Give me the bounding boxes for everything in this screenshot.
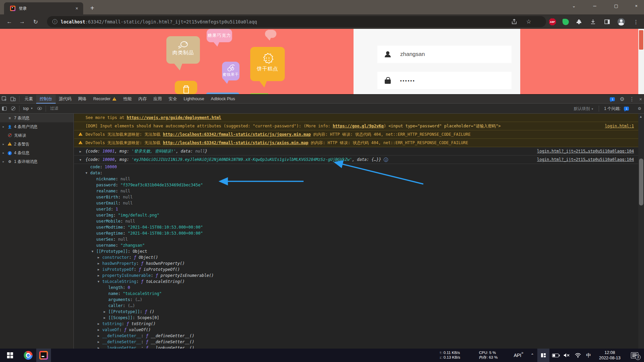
cpu-mem-indicator[interactable]: CPU: 5 %内存: 63 % xyxy=(479,349,511,362)
tray-expand-chevron-icon[interactable]: ⌃ xyxy=(528,349,537,362)
share-icon[interactable] xyxy=(511,19,517,25)
expand-toggle-icon[interactable]: ▶ xyxy=(79,148,81,155)
expand-toggle-icon[interactable]: ▼ xyxy=(86,170,87,176)
devtools-tab-Adblock Plus[interactable]: Adblock Plus xyxy=(208,95,238,104)
source-location-link[interactable]: login.html?_ijt=2t15…stp0u5i10a0laqq:104 xyxy=(537,148,634,154)
expand-toggle-icon[interactable]: ▶ xyxy=(98,266,99,273)
tray-window-icon[interactable] xyxy=(537,349,549,362)
expand-toggle-icon[interactable]: ▶ xyxy=(98,327,99,333)
issues-counter[interactable]: 1 xyxy=(624,107,629,111)
ime-indicator[interactable]: 中 xyxy=(584,349,594,362)
console-link[interactable]: https://goo.gl/9p2vKq xyxy=(333,124,384,128)
devtools-tab-安全[interactable]: 安全 xyxy=(165,95,180,104)
taskbar-chrome-icon[interactable] xyxy=(21,349,36,362)
devtools-tab-控制台[interactable]: 控制台 xyxy=(36,95,56,104)
caret-icon[interactable]: ▸ xyxy=(3,160,5,163)
sidebar-item-4 条信息[interactable]: ▸i4 条信息 xyxy=(0,148,73,157)
sidebar-item-无错误[interactable]: 无错误 xyxy=(0,131,73,140)
scroll-up-arrow-icon[interactable]: ▲ xyxy=(639,115,642,118)
clear-console-icon[interactable] xyxy=(9,105,17,112)
console-filter-input[interactable]: 过滤 xyxy=(50,106,138,111)
bookmark-star-icon[interactable]: ☆ xyxy=(526,18,531,25)
devtools-close-icon[interactable]: × xyxy=(639,97,642,102)
category-badge-biscuit[interactable]: 饼干糕点 xyxy=(250,47,285,81)
source-location-link[interactable]: login.html:1 xyxy=(605,123,634,129)
expand-toggle-icon[interactable]: ▶ xyxy=(104,315,105,321)
category-badge-partial-amber[interactable] xyxy=(175,81,197,94)
back-icon[interactable]: ← xyxy=(5,17,14,26)
browser-menu-kebab-icon[interactable]: ⋮ xyxy=(632,18,640,26)
category-badge-candy[interactable]: 糖果巧克力 xyxy=(207,29,232,42)
inspect-element-icon[interactable] xyxy=(0,96,9,102)
devtools-tab-Recorder[interactable]: Recorder xyxy=(90,95,120,104)
expand-toggle-icon[interactable]: ▶ xyxy=(98,260,99,266)
net-speed-indicator[interactable]: ↑: 0.11 KB/s↓: 0.13 KB/s xyxy=(439,349,474,362)
expand-toggle-icon[interactable]: ▶ xyxy=(98,254,99,260)
profile-avatar[interactable] xyxy=(617,18,625,26)
adblock-plus-extension-icon[interactable]: ABP xyxy=(548,18,556,26)
console-message-indicator[interactable]: 1 xyxy=(610,97,615,101)
page-scrollbar-thumb[interactable] xyxy=(639,30,643,50)
taskbar-intellij-icon[interactable] xyxy=(36,349,51,362)
devtools-menu-kebab-icon[interactable]: ⋮ xyxy=(629,96,635,102)
tab-close-icon[interactable]: × xyxy=(74,5,80,11)
console-settings-gear-icon[interactable]: ⚙ xyxy=(638,106,641,111)
console-link[interactable]: https://vuejs.org/guide/deployment.html xyxy=(127,115,221,120)
reload-icon[interactable]: ↻ xyxy=(31,17,40,26)
sidebar-item-7 条消息[interactable]: ≡7 条消息 xyxy=(0,114,73,122)
devtools-tab-内存[interactable]: 内存 xyxy=(135,95,150,104)
wifi-icon[interactable] xyxy=(572,349,584,362)
info-icon[interactable]: i xyxy=(384,158,388,162)
category-badge-small[interactable] xyxy=(265,30,276,38)
expand-toggle-icon[interactable]: ▶ xyxy=(98,333,99,339)
battery-icon[interactable] xyxy=(550,349,561,362)
console-sidebar-toggle-icon[interactable] xyxy=(0,105,9,112)
devtools-tab-网络[interactable]: 网络 xyxy=(75,95,90,104)
expand-toggle-icon[interactable]: ▶ xyxy=(98,321,99,327)
expand-toggle-icon[interactable]: ▶ xyxy=(98,339,99,345)
source-location-link[interactable]: login.html?_ijt=2t15…stp0u5i10a0laqq:104 xyxy=(537,157,634,163)
window-restore-button[interactable]: ▢ xyxy=(608,0,624,11)
devtools-tab-性能[interactable]: 性能 xyxy=(120,95,135,104)
sidebar-item-4 条用户消息[interactable]: ▸👤4 条用户消息 xyxy=(0,122,73,131)
page-scrollbar[interactable] xyxy=(638,29,644,94)
category-badge-dried-fruit[interactable]: 蜜饯果干 xyxy=(222,62,239,80)
volume-muted-icon[interactable] xyxy=(561,349,572,362)
devtools-tab-元素[interactable]: 元素 xyxy=(21,95,36,104)
console-scrollbar[interactable]: ▲ xyxy=(638,114,644,349)
tab-search-chevron-icon[interactable]: ⌄ xyxy=(566,0,582,11)
taskbar-clock[interactable]: 12:082022-08-13 xyxy=(594,349,625,362)
devtools-settings-gear-icon[interactable]: ⚙ xyxy=(620,96,624,102)
new-tab-button[interactable]: + xyxy=(88,4,97,13)
username-field[interactable]: zhangsan xyxy=(377,46,512,63)
site-info-icon[interactable]: i xyxy=(52,19,57,24)
window-close-button[interactable]: × xyxy=(629,0,644,11)
caret-icon[interactable]: ▸ xyxy=(3,151,5,155)
frame-context-select[interactable]: top ▼ xyxy=(21,106,35,111)
console-link[interactable]: http://localhost:63342/fmmall-static/sta… xyxy=(163,132,311,137)
browser-tab[interactable]: 登录 × xyxy=(4,2,83,14)
extensions-puzzle-icon[interactable] xyxy=(575,18,583,26)
sidebar-item-2 条警告[interactable]: ▸2 条警告 xyxy=(0,140,73,148)
log-level-select[interactable]: 默认级别 ▼ xyxy=(574,106,594,112)
sidebar-item-1 条详细消息[interactable]: ▸⚙1 条详细消息 xyxy=(0,157,73,166)
side-panel-icon[interactable] xyxy=(603,18,611,26)
caret-icon[interactable]: ▸ xyxy=(3,125,5,128)
live-expression-eye-icon[interactable] xyxy=(35,105,44,112)
console-link[interactable]: http://localhost:63342/fmmall-static/sta… xyxy=(163,140,308,145)
expand-toggle-icon[interactable]: ▼ xyxy=(79,157,81,163)
devtools-tab-应用[interactable]: 应用 xyxy=(150,95,165,104)
caret-icon[interactable]: ▸ xyxy=(3,142,5,146)
api-tray-item[interactable]: API» xyxy=(512,349,525,362)
notification-center-icon[interactable]: 3 xyxy=(628,349,641,362)
expand-toggle-icon[interactable]: ▼ xyxy=(98,279,99,285)
evernote-extension-icon[interactable] xyxy=(561,18,570,26)
devtools-tab-源代码[interactable]: 源代码 xyxy=(56,95,75,104)
devtools-tab-Lighthouse[interactable]: Lighthouse xyxy=(180,95,207,104)
omnibox[interactable]: i localhost:63342/fmmall-static/login.ht… xyxy=(47,16,546,27)
device-toolbar-icon[interactable] xyxy=(9,96,17,102)
category-badge-meat[interactable]: 肉类制品 xyxy=(166,36,200,64)
console-scrollbar-thumb[interactable] xyxy=(639,159,643,205)
start-button[interactable] xyxy=(3,349,17,362)
expand-toggle-icon[interactable]: ▼ xyxy=(92,248,93,254)
